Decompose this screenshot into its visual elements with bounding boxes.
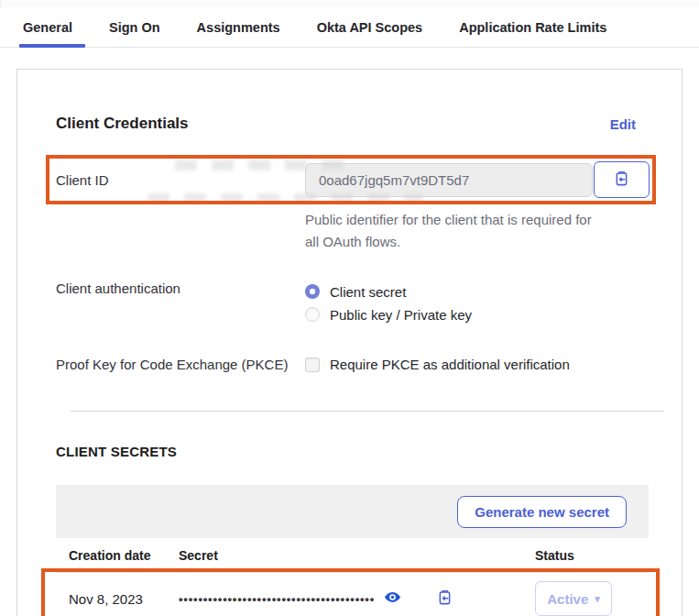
secret-table-row: Nov 8, 2023 ••••••••••••••••••••••••••••… — [56, 573, 649, 616]
window-top-edge — [0, 0, 699, 7]
secret-status-cell: Active ▾ — [535, 581, 636, 616]
pkce-checkbox-option[interactable]: Require PKCE as additional verification — [305, 357, 636, 372]
secret-status-dropdown[interactable]: Active ▾ — [535, 581, 612, 616]
tab-sign-on[interactable]: Sign On — [109, 7, 160, 47]
radio-option-public-private-key[interactable]: Public key / Private key — [305, 303, 636, 325]
edit-link[interactable]: Edit — [610, 116, 636, 132]
pkce-row: Proof Key for Code Exchange (PKCE) Requi… — [56, 357, 636, 372]
column-header-creation-date: Creation date — [69, 548, 179, 563]
client-credentials-title: Client Credentials — [56, 115, 189, 133]
client-secrets-title: CLIENT SECRETS — [56, 444, 636, 459]
column-header-status: Status — [535, 548, 636, 563]
reveal-secret-button[interactable] — [384, 588, 401, 609]
chevron-down-icon: ▾ — [595, 593, 600, 605]
radio-selected-icon[interactable] — [305, 284, 320, 299]
general-settings-card: Client Credentials Edit Client ID Public… — [16, 69, 683, 616]
tab-general[interactable]: General — [23, 7, 72, 47]
redaction-smudge — [147, 193, 422, 202]
client-authentication-options: Client secret Public key / Private key — [305, 280, 636, 325]
client-id-row: Client ID — [56, 158, 636, 202]
show-secret-eye-icon — [384, 588, 401, 609]
clipboard-copy-icon — [436, 588, 453, 609]
masked-secret-value: •••••••••••••••••••••••••••••••••••••••• — [179, 592, 375, 606]
secret-creation-date: Nov 8, 2023 — [69, 591, 179, 607]
clipboard-copy-icon — [613, 170, 630, 190]
client-id-label: Client ID — [56, 172, 305, 188]
pkce-checkbox[interactable] — [305, 358, 320, 372]
client-secrets-table: Generate new secret Creation date Secret… — [56, 485, 649, 616]
column-header-secret: Secret — [179, 548, 535, 563]
radio-option-client-secret[interactable]: Client secret — [305, 280, 636, 302]
secrets-table-toolbar: Generate new secret — [56, 485, 649, 538]
radio-option-label: Client secret — [330, 284, 406, 300]
client-authentication-label: Client authentication — [56, 280, 305, 296]
client-id-description: Public identifier for the client that is… — [305, 209, 607, 253]
client-credentials-header: Client Credentials Edit — [56, 115, 636, 133]
copy-secret-button[interactable] — [436, 588, 453, 609]
pkce-label: Proof Key for Code Exchange (PKCE) — [56, 357, 305, 372]
status-label: Active — [547, 591, 588, 607]
client-authentication-row: Client authentication Client secret Publ… — [56, 280, 636, 325]
app-tabbar: General Sign On Assignments Okta API Sco… — [0, 7, 699, 48]
pkce-checkbox-label: Require PKCE as additional verification — [330, 357, 570, 372]
client-id-value-group — [305, 161, 650, 198]
radio-option-label: Public key / Private key — [330, 307, 472, 323]
radio-unselected-icon[interactable] — [305, 307, 320, 322]
tab-application-rate-limits[interactable]: Application Rate Limits — [459, 7, 606, 47]
tab-assignments[interactable]: Assignments — [197, 7, 280, 47]
copy-client-id-button[interactable] — [594, 161, 650, 198]
tab-okta-api-scopes[interactable]: Okta API Scopes — [317, 7, 423, 47]
redaction-smudge — [175, 160, 349, 170]
generate-new-secret-button[interactable]: Generate new secret — [457, 496, 627, 528]
secrets-table-header: Creation date Secret Status — [56, 538, 649, 573]
secret-value-cell: •••••••••••••••••••••••••••••••••••••••• — [179, 588, 535, 609]
section-divider — [71, 411, 664, 412]
